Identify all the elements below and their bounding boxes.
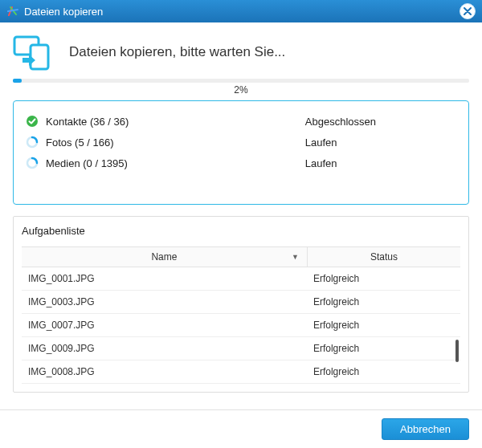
close-icon — [464, 7, 472, 15]
category-status: Laufen — [305, 157, 457, 169]
cell-filename: IMG_0007.JPG — [22, 314, 307, 336]
header-row: Dateien kopieren, bitte warten Sie... — [13, 34, 469, 71]
content-area: Dateien kopieren, bitte warten Sie... 2%… — [0, 22, 482, 393]
table-row: IMG_0009.JPGErfolgreich — [22, 337, 460, 360]
app-icon — [6, 5, 19, 18]
category-label: Medien (0 / 1395) — [46, 157, 305, 169]
column-header-name-label: Name — [151, 251, 177, 263]
cancel-button[interactable]: Abbrechen — [382, 418, 469, 440]
column-header-status[interactable]: Status — [307, 247, 460, 267]
close-button[interactable] — [460, 3, 476, 19]
tasklist-title: Aufgabenliste — [22, 223, 460, 242]
progress-percent-label: 2% — [13, 84, 469, 96]
cell-status: Erfolgreich — [307, 267, 460, 290]
cell-filename: IMG_0003.JPG — [22, 291, 307, 313]
category-label: Kontakte (36 / 36) — [46, 116, 305, 128]
cell-status: Erfolgreich — [307, 337, 460, 360]
scrollbar-thumb[interactable] — [455, 340, 459, 362]
cell-filename: IMG_0001.JPG — [22, 267, 307, 290]
cell-status: Erfolgreich — [307, 314, 460, 336]
progress-fill — [13, 79, 22, 83]
table-row: IMG_0008.JPGErfolgreich — [22, 360, 460, 384]
column-header-name[interactable]: Name ▼ — [22, 247, 307, 267]
cell-status: Erfolgreich — [307, 291, 460, 313]
titlebar: Dateien kopieren — [0, 0, 482, 22]
sort-indicator-icon: ▼ — [292, 253, 299, 261]
cell-filename: IMG_0008.JPG — [22, 360, 307, 383]
window-title: Dateien kopieren — [24, 6, 460, 18]
table-row: IMG_0007.JPGErfolgreich — [22, 314, 460, 337]
category-row: Fotos (5 / 166)Laufen — [25, 132, 457, 153]
tasklist-header: Name ▼ Status — [22, 246, 460, 267]
cell-filename: IMG_0009.JPG — [22, 337, 307, 360]
footer: Abbrechen — [0, 409, 482, 448]
column-header-status-label: Status — [370, 251, 398, 263]
category-status: Abgeschlossen — [305, 116, 457, 128]
table-row: IMG_0001.JPGErfolgreich — [22, 267, 460, 291]
table-row: IMG_0003.JPGErfolgreich — [22, 291, 460, 314]
svg-rect-1 — [31, 45, 48, 69]
progress-bar: 2% — [13, 79, 469, 96]
tasklist-body: IMG_0001.JPGErfolgreichIMG_0003.JPGErfol… — [22, 267, 460, 384]
tasklist-section: Aufgabenliste Name ▼ Status IMG_0001.JPG… — [13, 216, 469, 393]
subtitle: Dateien kopieren, bitte warten Sie... — [69, 44, 285, 60]
category-panel: Kontakte (36 / 36)AbgeschlossenFotos (5 … — [13, 100, 469, 205]
category-label: Fotos (5 / 166) — [46, 136, 305, 149]
spinner-icon — [25, 135, 39, 149]
spinner-icon — [25, 156, 39, 170]
category-row: Medien (0 / 1395)Laufen — [25, 153, 457, 173]
check-circle-icon — [25, 114, 39, 128]
transfer-icon — [13, 34, 55, 71]
cell-status: Erfolgreich — [307, 360, 460, 383]
category-status: Laufen — [305, 136, 457, 149]
category-row: Kontakte (36 / 36)Abgeschlossen — [25, 111, 457, 132]
